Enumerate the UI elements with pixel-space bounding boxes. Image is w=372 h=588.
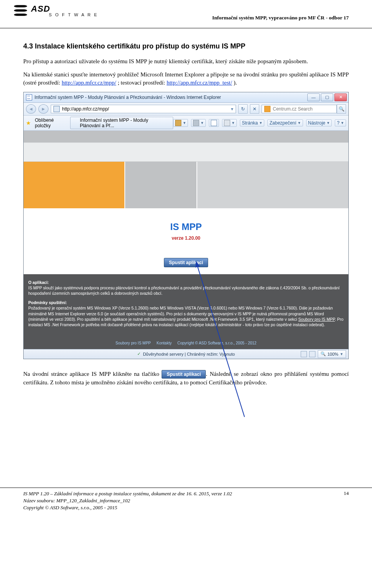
page: ASD S O F T W A R E Informační systém MP… [0,0,372,517]
footer-link-contacts[interactable]: Kontakty [157,341,172,345]
link-mpp-test[interactable]: http://app.mfcr.cz/mpp_test/ [167,80,232,86]
ismpp-title: IS MPP [27,221,345,232]
requirements-heading: Podmínky spuštění: [28,300,67,305]
inline-run-app-button[interactable]: Spustit aplikaci [162,370,206,379]
intro-p2: Na klientské stanici spusťte internetový… [23,71,349,86]
tools-menu[interactable]: Nástroje ▼ [306,119,332,126]
logo-subtext: S O F T W A R E [49,12,98,17]
page-menu-label: Stránka [242,120,258,126]
address-bar[interactable]: http://app.mfcr.cz/mpp/ ▾ [51,105,236,113]
status-icon-1 [301,351,307,357]
feeds-button[interactable]: ▼ [191,119,206,127]
intro-p1: Pro přístup a autorizaci uživatele do sy… [23,57,349,65]
after-text-a: Na úvodní stránce aplikace IS MPP klikně… [23,371,162,377]
p2-text-c: ). [232,80,237,86]
footer-link-copyright: Copyright © ASD Software, s.r.o., 2005 -… [177,341,257,345]
footer-line1: IS MPP 1.20 – Základní informace a postu… [23,490,232,497]
feed-icon [193,120,199,126]
link-mpp[interactable]: http://app.mfcr.cz/mpp/ [62,80,116,86]
page-header: ASD S O F T W A R E Informační systém MP… [0,0,372,28]
addr-dropdown-icon[interactable]: ▾ [231,106,233,112]
section-heading: 4.3 Instalace klientského certifikátu pr… [23,42,349,50]
search-button[interactable]: 🔍 [337,104,346,114]
banner-tiles [24,162,348,208]
print-icon [224,120,230,126]
ie-icon [53,106,60,112]
home-icon [175,120,181,126]
safety-menu[interactable]: Zabezpečení ▼ [267,119,303,126]
req-link[interactable]: Soubory pro IS MPP [298,317,335,322]
centrum-icon [264,106,270,112]
after-screenshot-p: Na úvodní stránce aplikace IS MPP klikně… [23,370,349,387]
window-title: Informační system MPP - Moduly Plánování… [34,95,221,100]
search-box[interactable]: Centrum.cz Search [262,105,337,113]
status-bar: ✓ Důvěryhodné servery | Chráněný režim: … [24,349,348,359]
favorites-label: Oblíbené položky [35,118,66,128]
content: 4.3 Instalace klientského certifikátu pr… [0,28,372,387]
status-icon-2 [309,351,315,357]
print-button[interactable]: ▼ [222,119,237,127]
screenshot-ie-window: Informační system MPP - Moduly Plánování… [23,92,349,359]
favorites-bar: ★ Oblíbené položky Informační system MPP… [24,116,348,131]
safety-menu-label: Zabezpečení [269,120,296,126]
ie-viewport: IS MPP verze 1.20.00 Spustit aplikaci O … [24,131,348,349]
window-titlebar: Informační system MPP - Moduly Plánování… [24,92,348,103]
page-menu[interactable]: Stránka ▼ [240,119,264,126]
p2-text-b: ; testovací prostředí: [116,80,167,86]
tile-gray-a [125,162,196,208]
check-icon: ✓ [137,351,141,356]
ismpp-description-panel: O aplikaci: IS MPP slouží jako systémová… [24,274,348,349]
page-strip-2 [24,142,348,162]
run-app-button[interactable]: Spustit aplikaci [164,258,208,267]
requirements-text: Požadovaný je operační systém MS Windows… [28,305,344,327]
page-number: 14 [344,490,349,512]
page-icon [26,94,32,100]
zoom-control[interactable]: 🔍 100% ▼ [318,350,346,358]
ismpp-panel: IS MPP verze 1.20.00 Spustit aplikaci [24,208,348,274]
about-heading: O aplikaci: [28,280,49,285]
footer-link-files[interactable]: Soubory pro IS MPP [115,341,151,345]
page-strip-1 [24,131,348,142]
refresh-button[interactable]: ↻ [238,104,248,114]
tile-orange [24,162,124,208]
footer-links: Soubory pro IS MPP Kontakty Copyright © … [28,341,344,346]
address-bar-row: ◄ ► http://app.mfcr.cz/mpp/ ▾ ↻ ✕ Centru… [24,103,348,116]
footer-line2: Název souboru: MPP_120_Zakladni_informac… [23,497,232,504]
home-button[interactable]: ▼ [173,119,188,127]
about-text: IS MPP slouží jako systémová podpora pro… [28,285,344,296]
ismpp-version: verze 1.20.00 [27,235,345,241]
zoom-icon: 🔍 [320,351,326,356]
ie-icon [74,121,78,125]
status-text: Důvěryhodné servery | Chráněný režim: Vy… [143,352,235,356]
zoom-value: 100% [327,352,338,356]
stop-button[interactable]: ✕ [250,104,259,114]
address-url: http://app.mfcr.cz/mpp/ [62,106,109,112]
window-maximize-button[interactable]: ▢ [321,93,333,101]
tab-title: Informační system MPP - Moduly Plánování… [80,118,170,128]
req-text-a: Požadovaný je operační systém MS Windows… [28,306,333,321]
header-doc-title: Informační systém MPP, vypracováno pro M… [212,15,349,21]
favorites-star-icon[interactable]: ★ [26,120,31,126]
tools-menu-label: Nástroje [308,120,326,126]
footer-line3: Copyright © ASD Software, s.r.o., 2005 -… [23,504,232,511]
page-footer: IS MPP 1.20 – Základní informace a postu… [0,488,372,518]
window-close-button[interactable]: ✕ [334,93,347,101]
browser-tab[interactable]: Informační system MPP - Moduly Plánování… [70,117,174,129]
mail-icon [211,120,217,126]
nav-back-button[interactable]: ◄ [26,104,36,114]
nav-forward-button[interactable]: ► [38,104,48,114]
help-button[interactable]: ?▼ [335,119,346,126]
search-placeholder: Centrum.cz Search [273,106,313,112]
tile-gray-b [197,162,348,208]
window-minimize-button[interactable]: — [307,93,320,101]
mail-button[interactable] [209,119,219,127]
logo-icon [14,4,27,17]
